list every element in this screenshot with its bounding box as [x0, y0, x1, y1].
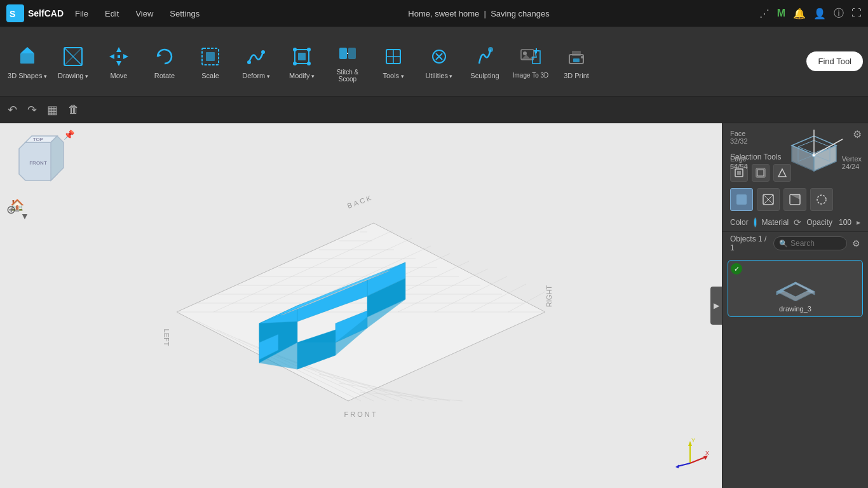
fullscreen-icon[interactable]: ⛶: [851, 8, 862, 19]
right-panel: ⚙: [722, 123, 868, 488]
svg-text:LEFT: LEFT: [163, 329, 170, 346]
tool-tools[interactable]: Tools: [371, 30, 416, 93]
opacity-label: Opacity: [806, 218, 832, 227]
svg-marker-7: [116, 47, 121, 52]
stitch-scoop-icon: [335, 41, 360, 66]
tool-move[interactable]: Move: [97, 30, 141, 93]
svg-text:FRONT: FRONT: [344, 410, 378, 418]
tool-image-to-3d[interactable]: Image To 3D: [508, 30, 553, 93]
svg-marker-99: [675, 464, 679, 468]
svg-point-29: [488, 47, 493, 52]
tool-sculpting-label: Sculpting: [470, 72, 499, 79]
search-input[interactable]: [790, 239, 841, 248]
panel-collapse-button[interactable]: ▶: [710, 287, 722, 325]
find-tool-button[interactable]: Find Tool: [806, 51, 863, 71]
material-icon[interactable]: ⟳: [794, 217, 801, 227]
mesh-shaded-button[interactable]: [783, 188, 806, 211]
3d-print-icon: [564, 44, 589, 69]
svg-marker-101: [792, 146, 814, 171]
tool-3d-shapes-label: 3D Shapes: [8, 72, 47, 79]
mesh-3d-preview: [779, 126, 849, 186]
viewport[interactable]: 📌 TOP FRONT 🏠 ⊕ ▼: [0, 123, 722, 488]
redo-icon[interactable]: ↷: [27, 103, 37, 117]
info-icon[interactable]: ⓘ: [834, 7, 844, 20]
objects-gear-icon[interactable]: ⚙: [852, 238, 860, 248]
top-right-icons: ⋰ M 🔔 👤 ⓘ ⛶: [759, 7, 862, 20]
select-edge-button[interactable]: [752, 164, 770, 182]
tool-deform-label: Deform: [242, 72, 270, 79]
menu-view[interactable]: View: [130, 6, 158, 21]
mesh-info: ⚙: [722, 123, 868, 149]
svg-line-76: [360, 392, 463, 401]
undo-icon[interactable]: ↶: [8, 103, 17, 117]
action-bar: ↶ ↷ ▦ 🗑: [0, 97, 868, 123]
opacity-stepper[interactable]: ▸: [857, 218, 860, 227]
scene-container: BACK FRONT LEFT RIGHT: [0, 123, 722, 488]
objects-count: Objects 1 / 1: [730, 234, 768, 252]
menu-file[interactable]: File: [70, 6, 93, 21]
menu-settings[interactable]: Settings: [165, 6, 205, 21]
search-icon: 🔍: [779, 240, 788, 248]
svg-point-21: [293, 62, 297, 65]
svg-point-16: [261, 50, 265, 54]
tools-icon: [381, 44, 406, 69]
duplicate-icon[interactable]: ▦: [47, 103, 58, 117]
selfcad-logo-icon: S: [6, 4, 24, 22]
toolbar: 3D Shapes Drawing Move Rotate: [0, 27, 868, 97]
svg-rect-23: [339, 48, 347, 59]
svg-marker-121: [790, 194, 800, 200]
object-selected-check: ✓: [731, 263, 742, 274]
mesh-settings-icon[interactable]: ⚙: [853, 128, 862, 140]
tool-sculpting[interactable]: Sculpting: [463, 30, 507, 93]
tool-scale[interactable]: Scale: [188, 30, 233, 93]
main-area: 📌 TOP FRONT 🏠 ⊕ ▼: [0, 123, 868, 488]
tool-deform[interactable]: Deform: [234, 30, 278, 93]
3d-shapes-icon: [15, 44, 40, 69]
edge-stat: Edge 54/54: [730, 155, 748, 170]
tool-3d-shapes[interactable]: 3D Shapes: [5, 30, 50, 93]
svg-rect-14: [206, 52, 215, 61]
profile-icon[interactable]: 👤: [813, 8, 826, 20]
mesh-solid-button[interactable]: [730, 188, 753, 211]
tool-rotate[interactable]: Rotate: [142, 30, 187, 93]
share-icon[interactable]: ⋰: [759, 8, 770, 20]
svg-marker-9: [109, 54, 114, 59]
image-to-3d-icon: [518, 44, 543, 69]
svg-line-98: [677, 463, 690, 466]
tool-image-to-3d-label: Image To 3D: [513, 72, 549, 79]
logo: S SelfCAD: [6, 4, 64, 22]
tool-drawing[interactable]: Drawing: [51, 30, 95, 93]
material-label: Material: [762, 218, 789, 227]
svg-rect-11: [118, 55, 120, 58]
search-box[interactable]: 🔍: [773, 236, 847, 250]
tool-move-label: Move: [111, 72, 128, 79]
menu-edit[interactable]: Edit: [100, 6, 124, 21]
tool-rotate-label: Rotate: [154, 72, 175, 79]
mesh-xray-button[interactable]: [810, 188, 833, 211]
tool-3d-print[interactable]: 3D Print: [554, 30, 599, 93]
svg-marker-12: [158, 53, 161, 57]
svg-point-122: [817, 195, 826, 204]
svg-point-20: [307, 48, 311, 51]
svg-rect-116: [736, 194, 747, 205]
axis-indicator: Y X: [671, 435, 709, 475]
tool-drawing-label: Drawing: [58, 72, 88, 79]
object-card-drawing3[interactable]: ✓ drawing_3: [728, 260, 863, 317]
svg-point-15: [247, 60, 251, 64]
tool-utilities[interactable]: Utilities: [417, 30, 461, 93]
mesh-type-row: [722, 186, 868, 214]
tool-modify[interactable]: Modify: [280, 30, 324, 93]
tool-stitch-scoop[interactable]: Stitch & Scoop: [325, 30, 370, 93]
opacity-value: 100: [839, 218, 851, 227]
objects-grid: ✓ drawing_3: [722, 255, 868, 488]
color-swatch[interactable]: [754, 217, 757, 227]
drawing-icon: [60, 44, 86, 69]
notification-icon[interactable]: 🔔: [793, 8, 806, 20]
delete-icon[interactable]: 🗑: [68, 103, 79, 116]
tool-stitch-scoop-label: Stitch & Scoop: [328, 69, 367, 83]
svg-text:BACK: BACK: [346, 193, 374, 210]
mesh-wire-button[interactable]: [757, 188, 780, 211]
app-name: SelfCAD: [28, 8, 64, 18]
project-title: Home, sweet home | Saving changes: [211, 9, 746, 18]
m-icon[interactable]: M: [777, 8, 785, 19]
